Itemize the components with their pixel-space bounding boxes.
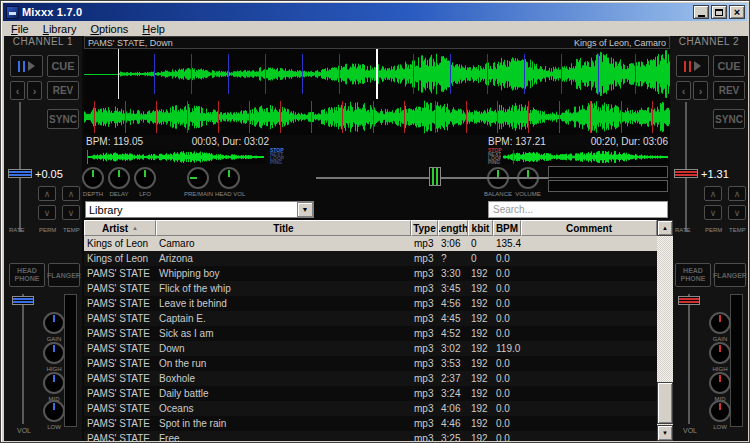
table-row[interactable]: Kings of Leon Arizona mp3 ? 0 0.0 [84,251,657,266]
table-row[interactable]: PAMS' STATE Boxhole mp3 2:37 192 0.0 [84,371,657,386]
rate-temp-up-button[interactable]: ∧ [728,186,746,201]
column-header-comment[interactable]: Comment [521,220,657,236]
mixer-knob[interactable]: LFO [131,167,159,197]
column-header-artist[interactable]: Artist ▲ [84,220,156,236]
pause-icon [684,61,691,72]
overview-waveform-deck2[interactable] [501,150,668,164]
menu-options[interactable]: Options [83,22,135,36]
sync-button[interactable]: SYNC [47,109,79,129]
cell-comment [521,266,657,281]
scroll-down-button[interactable]: ▼ [657,425,673,441]
volume-slider-handle[interactable] [678,296,700,305]
close-button[interactable]: × [729,5,745,19]
flanger-button[interactable]: FLANGER [48,263,80,287]
sync-button[interactable]: SYNC [713,109,745,129]
cue-button[interactable]: CUE [47,55,79,77]
seek-forward-button[interactable]: › [693,81,708,100]
master-vu-meter-right [548,180,668,192]
table-row[interactable]: PAMS' STATE Spot in the rain mp3 4:46 19… [84,416,657,431]
rate-perm-down-button[interactable]: ∨ [704,205,722,220]
menu-file[interactable]: File [4,22,36,36]
table-row[interactable]: PAMS' STATE Daily battle mp3 3:24 192 0.… [84,386,657,401]
reverse-button[interactable]: REV [47,81,79,100]
waveform-deck1[interactable] [84,49,670,99]
mixer-knob[interactable]: PRE/MAIN [184,167,212,197]
cell-artist: PAMS' STATE [84,266,156,281]
library-source-select[interactable]: Library ▼ [85,201,314,218]
maximize-button[interactable] [711,5,727,19]
search-input[interactable] [488,201,668,218]
volume-slider-track[interactable] [688,294,690,424]
column-header-kbit[interactable]: kbit [468,220,493,236]
reverse-button[interactable]: REV [713,81,745,100]
table-row[interactable]: PAMS' STATE On the run mp3 3:53 192 0.0 [84,356,657,371]
deck1-cue-mode-labels[interactable]: STOP NEXT LOOP PING [270,148,294,164]
mixer-knob[interactable]: DELAY [105,167,133,197]
table-row[interactable]: PAMS' STATE Oceans mp3 4:06 192 0.0 [84,401,657,416]
table-row[interactable]: Kings of Leon Camaro mp3 3:06 0 135.4 [84,236,657,251]
column-header-type[interactable]: Type [411,220,438,236]
scrollbar-thumb[interactable] [657,382,673,424]
rate-perm-up-button[interactable]: ∧ [704,186,722,201]
cell-artist: PAMS' STATE [84,431,156,441]
volume-slider-handle[interactable] [12,296,34,305]
table-row[interactable]: PAMS' STATE Captain E. mp3 4:45 192 0.0 [84,311,657,326]
mixer-knob[interactable]: DEPTH [79,167,107,197]
rate-temp-down-button[interactable]: ∨ [62,205,80,220]
volume-label: VOL [17,427,31,434]
seek-forward-button[interactable]: › [27,81,42,100]
minimize-button[interactable] [693,5,709,19]
column-header-length[interactable]: .ength [438,220,468,236]
table-row[interactable]: PAMS' STATE Whipping boy mp3 3:30 192 0.… [84,266,657,281]
track-list: Kings of Leon Camaro mp3 3:06 0 135.4 Ki… [84,236,657,441]
seek-back-button[interactable]: ‹ [676,81,691,100]
rate-temp-up-button[interactable]: ∧ [62,186,80,201]
menu-help[interactable]: Help [135,22,172,36]
headphone-button[interactable]: HEAD PHONE [675,263,711,287]
table-row[interactable]: PAMS' STATE Down mp3 3:02 192 119.0 [84,341,657,356]
menu-library[interactable]: Library [36,22,84,36]
dropdown-arrow-icon[interactable]: ▼ [297,202,313,217]
menubar: File Library Options Help [4,21,746,36]
titlebar[interactable]: Mixxx 1.7.0 × [3,3,747,21]
rate-perm-up-button[interactable]: ∧ [38,186,56,201]
crossfader-handle[interactable] [429,167,441,186]
app-icon [6,6,19,19]
overview-waveform-deck1[interactable] [86,150,266,164]
waveform-deck2[interactable] [84,99,670,135]
rate-slider-track[interactable] [19,102,21,232]
flanger-button[interactable]: FLANGER [714,263,746,287]
rate-slider-handle[interactable] [8,169,32,178]
play-pause-button[interactable] [676,55,709,77]
table-row[interactable]: PAMS' STATE Flick of the whip mp3 3:45 1… [84,281,657,296]
mixer-knob[interactable]: HEAD VOL [215,167,243,197]
chevron-down-icon: ∨ [734,208,741,218]
column-header-title[interactable]: Title [156,220,411,236]
seek-back-button[interactable]: ‹ [10,81,25,100]
table-row[interactable]: PAMS' STATE Sick as I am mp3 4:52 192 0.… [84,326,657,341]
cell-artist: PAMS' STATE [84,326,156,341]
rate-value: +0.05 [35,168,81,180]
scroll-up-button[interactable]: ▲ [657,220,673,236]
rate-slider-handle[interactable] [674,169,698,178]
cell-title: Sick as I am [156,326,411,341]
table-row[interactable]: PAMS' STATE Free mp3 3:25 192 0.0 [84,431,657,441]
headphone-button[interactable]: HEAD PHONE [9,263,45,287]
mixer-knob[interactable]: VOLUME [514,167,542,197]
table-row[interactable]: PAMS' STATE Leave it behind mp3 4:56 192… [84,296,657,311]
cell-bpm: 0.0 [493,326,521,341]
play-pause-button[interactable] [10,55,43,77]
mixer-knob[interactable]: BALANCE [484,167,512,197]
rate-slider-track[interactable] [685,102,687,232]
cell-length: 2:37 [438,371,468,386]
column-header-bpm[interactable]: BPM [493,220,521,236]
volume-slider-track[interactable] [22,294,24,424]
rate-perm-down-button[interactable]: ∨ [38,205,56,220]
chevron-up-icon: ∧ [710,189,717,199]
rate-temp-down-button[interactable]: ∨ [728,205,746,220]
rate-label: RATE [675,227,691,233]
cell-comment [521,386,657,401]
table-scrollbar[interactable]: ▲ ▼ [657,220,673,441]
cell-type: mp3 [411,356,438,371]
cue-button[interactable]: CUE [713,55,745,77]
